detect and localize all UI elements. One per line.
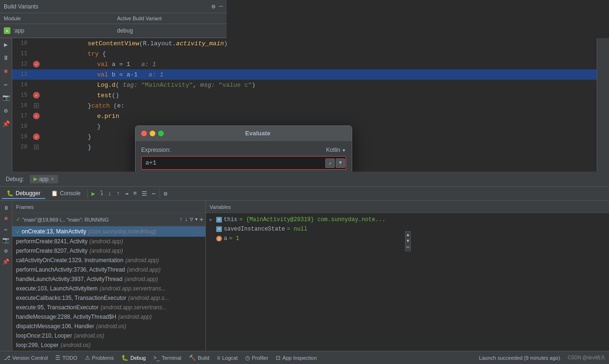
expand-arrow-this[interactable]: ▶ (210, 217, 214, 223)
filter-icon[interactable]: ▽ (190, 216, 193, 223)
debug-sidebar-icon-3[interactable]: ✏ (4, 226, 8, 233)
debug-sidebar-icon-6[interactable]: 📌 (2, 258, 9, 265)
frames-header: Frames (12, 201, 205, 213)
minimize-icon[interactable]: — (219, 3, 223, 10)
status-profiler[interactable]: ◷ Profiler (245, 355, 268, 361)
debug-label-text: Debug: (6, 176, 24, 182)
var-val-this: = {MainActivity@20319} com.sunnyday.note… (239, 216, 386, 223)
frame-item-1[interactable]: performCreate:8241, Activity (android.ap… (12, 237, 205, 246)
step-out-icon[interactable]: ↑ (114, 189, 122, 198)
status-todo[interactable]: ☰ TODO (55, 355, 77, 361)
gear-icon[interactable]: ⚙ (211, 3, 215, 10)
more-icon[interactable]: ⋯ (150, 189, 158, 199)
checkmark-icon-15: ✓ (35, 93, 38, 98)
status-version-control[interactable]: ⎇ Version Control (4, 355, 48, 361)
status-build[interactable]: 🔨 Build (189, 355, 209, 361)
debug-sidebar-icon-2[interactable]: ■ (4, 215, 8, 222)
variant-cell[interactable]: debug (113, 26, 227, 35)
debug-sidebar-icon-4[interactable]: 📷 (2, 237, 9, 244)
status-debug[interactable]: 🐛 Debug (121, 355, 145, 361)
up-icon[interactable]: ↑ (179, 216, 183, 223)
frame-item-4[interactable]: performLaunchActivity:3736, ActivityThre… (12, 265, 205, 274)
settings-icon[interactable]: ⚙ (1, 106, 11, 116)
code-editor[interactable]: 10 setContentView(R.layout.activity_main… (12, 38, 597, 172)
status-logcat[interactable]: ≡ Logcat (217, 355, 237, 361)
frame-item-9[interactable]: handleMessage:2288, ActivityThread$H (an… (12, 312, 205, 322)
module-cell: A :app (0, 26, 113, 35)
toolbar-sep-1 (87, 190, 88, 198)
frame-item-3[interactable]: callActivityOnCreate:1329, Instrumentati… (12, 256, 205, 265)
down-icon[interactable]: ↓ (185, 216, 188, 223)
debug-sidebar-icon-1[interactable]: ⏸ (3, 205, 9, 212)
var-item-this[interactable]: ▶ ≡ this = {MainActivity@20319} com.sunn… (206, 215, 609, 224)
breakpoint-12[interactable]: ✓ (33, 61, 40, 67)
add-frame-icon[interactable]: + (200, 216, 203, 223)
step-over-icon[interactable]: ⤵ (98, 189, 105, 198)
status-terminal[interactable]: >_ Terminal (153, 355, 181, 361)
stop-icon[interactable]: ■ (1, 66, 11, 76)
fold-icon-16[interactable]: ▼ (34, 103, 39, 108)
breakpoint-19[interactable]: ✓ (33, 133, 40, 140)
frame-class-3: (android.app) (125, 257, 159, 264)
filter-drop-icon[interactable]: ▼ (195, 217, 197, 222)
frames-title: Frames (16, 204, 34, 210)
terminal-icon: >_ (153, 355, 160, 361)
frame-class-9: (android.app) (118, 314, 152, 320)
checkmark-icon-19: ✓ (35, 135, 38, 139)
expression-input[interactable] (141, 156, 346, 170)
tab-debugger[interactable]: 🐛 Debugger (2, 189, 45, 199)
frame-item-12[interactable]: loop:299, Looper (android.os) (12, 340, 205, 350)
fold-icon-20[interactable]: ▼ (34, 145, 39, 149)
frame-item-active[interactable]: ✓ onCreate:13, MainActivity (com.sunnyda… (12, 226, 205, 237)
breakpoint-17[interactable]: ✓ (33, 113, 40, 119)
play-icon[interactable]: ▶ (1, 40, 11, 50)
pin-icon[interactable]: 📌 (1, 119, 11, 129)
frame-item-7[interactable]: executeCallbacks:135, TransactionExecuto… (12, 293, 205, 303)
frame-label-8: execute:95, TransactionExecutor (16, 304, 99, 311)
frame-item-11[interactable]: loopOnce:210, Looper (android.os) (12, 331, 205, 340)
expand-icon[interactable]: ↗ (325, 158, 335, 168)
line-num-10: 10 (12, 40, 31, 47)
dropdown-icon[interactable]: ▼ (342, 148, 346, 153)
history-icon[interactable]: ▼ (336, 158, 345, 168)
profiler-label: Profiler (252, 355, 268, 361)
frame-item-2[interactable]: performCreate:8207, Activity (android.ap… (12, 246, 205, 256)
line-num-18: 18 (12, 123, 31, 130)
status-app-inspection[interactable]: ⊡ App Inspection (276, 355, 317, 361)
evaluate-expression-icon[interactable]: ≡ (131, 189, 139, 198)
pause-icon[interactable]: ⏸ (1, 53, 11, 63)
app-tab[interactable]: ▶ app ✕ (30, 175, 58, 183)
tab-console[interactable]: 📋 Console (46, 189, 85, 199)
frame-item-5[interactable]: handleLaunchActivity:3937, ActivityThrea… (12, 274, 205, 284)
logcat-label: Logcat (222, 355, 237, 361)
table-header: Module Active Build Variant (0, 13, 227, 24)
status-problems[interactable]: ⚠ Problems (85, 355, 114, 361)
frame-item-8[interactable]: execute:95, TransactionExecutor (android… (12, 303, 205, 312)
middle-area: ▶ ⏸ ■ ✏ 📷 ⚙ 📌 10 setContentView(R.layout… (0, 38, 609, 172)
debug-icon: 🐛 (121, 355, 128, 361)
android-icon-small: ▶ (34, 176, 37, 182)
breakpoint-15[interactable]: ✓ (33, 92, 40, 99)
frame-item-6[interactable]: execute:103, LaunchActivityItem (android… (12, 284, 205, 293)
camera-icon[interactable]: 📷 (1, 93, 11, 102)
frame-class-5: (android.app) (124, 276, 158, 282)
run-to-cursor-icon[interactable]: ⇥ (123, 189, 130, 199)
frame-label-3: callActivityOnCreate:1329, Instrumentati… (16, 257, 123, 264)
traffic-yellow[interactable] (150, 131, 155, 136)
line-num-11: 11 (12, 50, 31, 57)
traffic-red[interactable] (141, 131, 147, 136)
build-variants-title: Build Variants (4, 3, 38, 10)
tab-close-icon[interactable]: ✕ (51, 176, 54, 182)
traffic-green[interactable] (158, 131, 164, 136)
line-num-16: 16 (12, 102, 31, 109)
debug-sidebar-icon-5[interactable]: ⚙ (4, 248, 8, 255)
resume-icon[interactable]: ▶ (90, 189, 97, 199)
step-into-icon[interactable]: ↓ (106, 189, 114, 198)
settings2-icon[interactable]: ⚙ (162, 189, 169, 199)
brand-label: CSDN @devi晴天 (567, 355, 605, 361)
frames-icon[interactable]: ☰ (140, 189, 149, 199)
line-num-14: 14 (12, 82, 31, 88)
debug-content: ⏸ ■ ✏ 📷 ⚙ 📌 Frames ✓ "main"@19,869 i... … (0, 201, 609, 351)
edit-icon[interactable]: ✏ (1, 80, 11, 89)
frame-item-10[interactable]: dispatchMessage:106, Handler (android.os… (12, 322, 205, 331)
